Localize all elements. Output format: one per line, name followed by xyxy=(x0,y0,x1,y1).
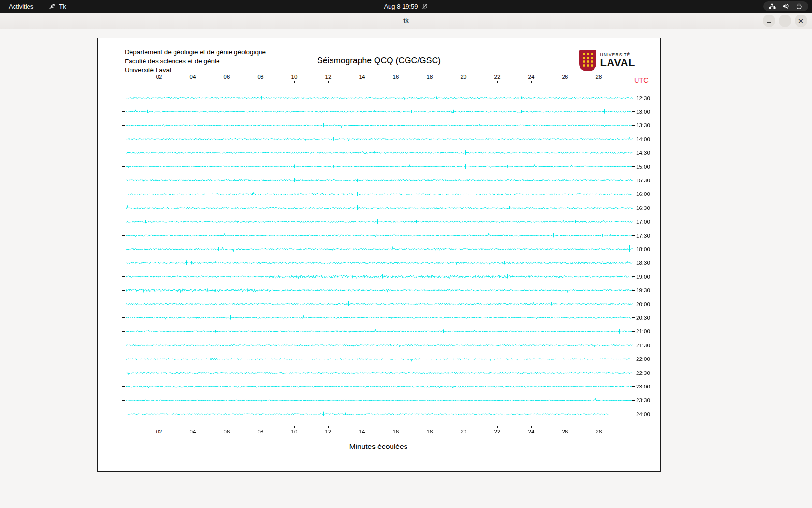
x-tick-mark-top xyxy=(261,81,261,83)
x-tick-label-top: 12 xyxy=(325,74,332,80)
tk-window-content: Département de géologie et de génie géol… xyxy=(0,30,812,508)
row-tick-left xyxy=(122,331,125,332)
row-tick-left xyxy=(122,317,125,318)
x-tick-mark-top xyxy=(565,81,566,83)
row-tick-right xyxy=(632,235,635,236)
x-tick-label-top: 28 xyxy=(596,74,602,80)
minimize-button[interactable] xyxy=(763,15,775,27)
row-time-label: 15:30 xyxy=(636,178,650,183)
activities-button[interactable]: Activities xyxy=(0,0,42,13)
notifications-disabled-icon xyxy=(422,3,428,10)
x-tick-label-bottom: 12 xyxy=(325,429,332,434)
x-tick-label-top: 10 xyxy=(291,74,298,80)
x-tick-label-bottom: 26 xyxy=(562,429,568,434)
row-time-label: 19:00 xyxy=(636,274,650,280)
system-status-area[interactable] xyxy=(763,1,808,11)
row-tick-left xyxy=(122,194,125,194)
row-tick-left xyxy=(122,276,125,277)
row-tick-left xyxy=(122,304,125,304)
row-time-label: 23:30 xyxy=(636,397,650,403)
x-tick-mark-bottom xyxy=(261,426,261,428)
x-tick-mark-top xyxy=(328,81,329,83)
row-time-label: 14:30 xyxy=(636,150,650,156)
row-tick-right xyxy=(632,194,635,194)
laval-shield-icon xyxy=(579,50,596,71)
row-time-label: 20:00 xyxy=(636,301,650,307)
row-tick-right xyxy=(632,139,635,139)
window-title-bar[interactable]: tk ✕ xyxy=(0,13,812,29)
x-tick-mark-top xyxy=(294,81,295,83)
row-tick-left xyxy=(122,153,125,153)
close-button[interactable]: ✕ xyxy=(795,15,807,27)
x-tick-label-bottom: 28 xyxy=(596,429,602,434)
app-menu[interactable]: Tk xyxy=(42,0,72,13)
row-tick-right xyxy=(632,386,635,387)
x-tick-label-top: 04 xyxy=(190,74,196,80)
row-time-label: 17:00 xyxy=(636,219,650,224)
row-tick-left xyxy=(122,235,125,236)
x-tick-label-bottom: 16 xyxy=(393,429,399,434)
gnome-top-bar: Activities Tk Aug 8 19:59 xyxy=(0,0,812,13)
maximize-icon xyxy=(783,19,787,23)
row-tick-left xyxy=(122,180,125,180)
utc-label: UTC xyxy=(634,76,649,84)
row-time-label: 16:00 xyxy=(636,191,650,197)
x-tick-mark-bottom xyxy=(227,426,227,428)
tk-feather-icon xyxy=(49,3,56,10)
x-tick-label-top: 16 xyxy=(393,74,399,80)
x-tick-mark-bottom xyxy=(531,426,532,428)
row-tick-left xyxy=(122,222,125,222)
row-tick-right xyxy=(632,317,635,318)
clock-menu[interactable]: Aug 8 19:59 xyxy=(384,0,428,13)
x-tick-label-top: 18 xyxy=(427,74,433,80)
minimize-icon xyxy=(767,22,771,23)
logo-text-laval: LAVAL xyxy=(600,57,635,68)
helicorder-plot: UTC Minutes écoulées 0202040406060808101… xyxy=(125,83,632,426)
row-time-label: 21:00 xyxy=(636,329,650,334)
x-tick-mark-top xyxy=(531,81,532,83)
x-tick-mark-top xyxy=(599,81,599,83)
row-time-label: 12:30 xyxy=(636,95,650,101)
row-time-label: 19:30 xyxy=(636,287,650,293)
row-time-label: 22:00 xyxy=(636,356,650,362)
row-tick-right xyxy=(632,290,635,291)
row-time-label: 22:30 xyxy=(636,370,650,376)
x-tick-label-top: 22 xyxy=(494,74,501,80)
row-tick-right xyxy=(632,304,635,304)
row-time-label: 23:00 xyxy=(636,384,650,389)
x-tick-label-bottom: 24 xyxy=(528,429,535,434)
row-tick-right xyxy=(632,359,635,359)
x-tick-label-bottom: 04 xyxy=(190,429,196,434)
row-tick-right xyxy=(632,373,635,373)
row-tick-right xyxy=(632,263,635,263)
x-tick-mark-bottom xyxy=(599,426,599,428)
maximize-button[interactable] xyxy=(779,15,791,27)
row-tick-left xyxy=(122,359,125,359)
row-tick-right xyxy=(632,222,635,222)
x-tick-label-top: 08 xyxy=(258,74,264,80)
x-tick-mark-top xyxy=(464,81,464,83)
row-tick-right xyxy=(632,166,635,167)
x-tick-mark-bottom xyxy=(362,426,362,428)
x-tick-label-bottom: 18 xyxy=(427,429,433,434)
x-tick-label-top: 02 xyxy=(156,74,162,80)
row-time-label: 21:30 xyxy=(636,343,650,348)
x-tick-label-top: 24 xyxy=(528,74,535,80)
row-tick-left xyxy=(122,208,125,208)
window-title: tk xyxy=(403,17,409,24)
x-tick-label-top: 14 xyxy=(359,74,365,80)
network-icon xyxy=(769,3,776,9)
row-time-label: 18:00 xyxy=(636,246,650,252)
x-tick-label-top: 20 xyxy=(461,74,467,80)
row-tick-left xyxy=(122,111,125,112)
row-tick-left xyxy=(122,125,125,126)
x-tick-mark-top xyxy=(193,81,193,83)
x-tick-mark-bottom xyxy=(464,426,464,428)
x-tick-mark-bottom xyxy=(565,426,566,428)
row-tick-right xyxy=(632,345,635,345)
row-tick-left xyxy=(122,249,125,249)
header-line-3: Université Laval xyxy=(125,66,266,75)
row-tick-right xyxy=(632,208,635,208)
x-tick-mark-bottom xyxy=(396,426,396,428)
row-tick-left xyxy=(122,414,125,414)
